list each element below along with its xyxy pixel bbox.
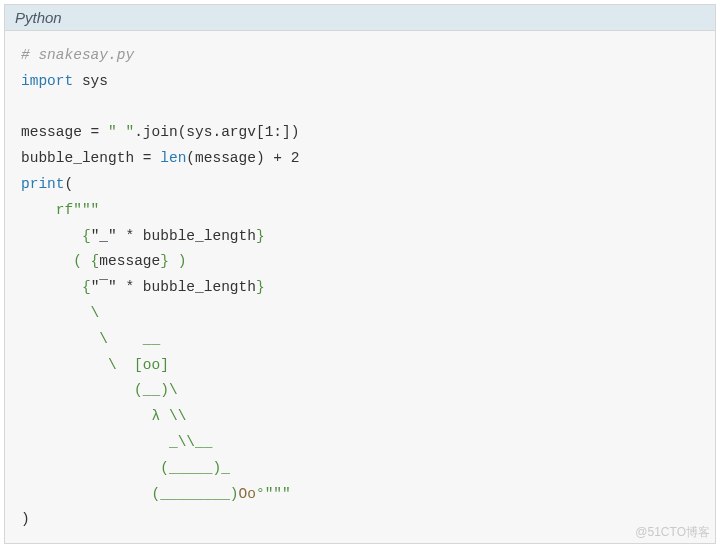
art-line-8a: (________) bbox=[21, 486, 239, 502]
join-call: .join(sys.argv[ bbox=[134, 124, 265, 140]
art-line-2: \ __ bbox=[21, 331, 160, 347]
fstr-msg-close: } ) bbox=[160, 253, 186, 269]
art-line-5: λ \\ bbox=[21, 408, 186, 424]
art-line-7: (_____)_ bbox=[21, 460, 230, 476]
builtin-len: len bbox=[160, 150, 186, 166]
fstr-top-close: } bbox=[256, 228, 265, 244]
str-space: " " bbox=[108, 124, 134, 140]
art-line-6: _\\__ bbox=[21, 434, 212, 450]
slice-1: 1: bbox=[265, 124, 282, 140]
plus2: + 2 bbox=[273, 150, 299, 166]
op-eq1: = bbox=[82, 124, 108, 140]
module-sys: sys bbox=[82, 73, 108, 89]
language-label: Python bbox=[15, 9, 62, 26]
rf-prefix: rf""" bbox=[21, 202, 99, 218]
fexpr-msg: message bbox=[99, 253, 160, 269]
var-bubble: bubble_length bbox=[21, 150, 134, 166]
code-comment: # snakesay.py bbox=[21, 47, 134, 63]
fexpr-top: "_" * bubble_length bbox=[91, 228, 256, 244]
watermark-text: @51CTO博客 bbox=[635, 525, 710, 539]
art-line-8b: Oo bbox=[239, 486, 256, 502]
fstr-bot-close: } bbox=[256, 279, 265, 295]
fexpr-bot: "¯" * bubble_length bbox=[91, 279, 256, 295]
keyword-import: import bbox=[21, 73, 73, 89]
code-language-header: Python bbox=[5, 5, 715, 31]
fstr-top-open: { bbox=[21, 228, 91, 244]
code-body: # snakesay.py import sys message = " ".j… bbox=[5, 31, 715, 543]
op-eq2: = bbox=[134, 150, 160, 166]
len-args: (message) bbox=[186, 150, 273, 166]
print-close: ) bbox=[21, 511, 30, 527]
art-line-8c: °""" bbox=[256, 486, 291, 502]
print-open: ( bbox=[65, 176, 74, 192]
code-block: Python # snakesay.py import sys message … bbox=[4, 4, 716, 544]
close-join: ]) bbox=[282, 124, 299, 140]
fstr-bot-open: { bbox=[21, 279, 91, 295]
watermark: @51CTO博客 bbox=[635, 524, 710, 541]
builtin-print: print bbox=[21, 176, 65, 192]
art-line-3: \ [oo] bbox=[21, 357, 169, 373]
art-line-1: \ bbox=[21, 305, 99, 321]
fstr-msg-open: ( { bbox=[21, 253, 99, 269]
art-line-4: (__)\ bbox=[21, 382, 178, 398]
var-message: message bbox=[21, 124, 82, 140]
